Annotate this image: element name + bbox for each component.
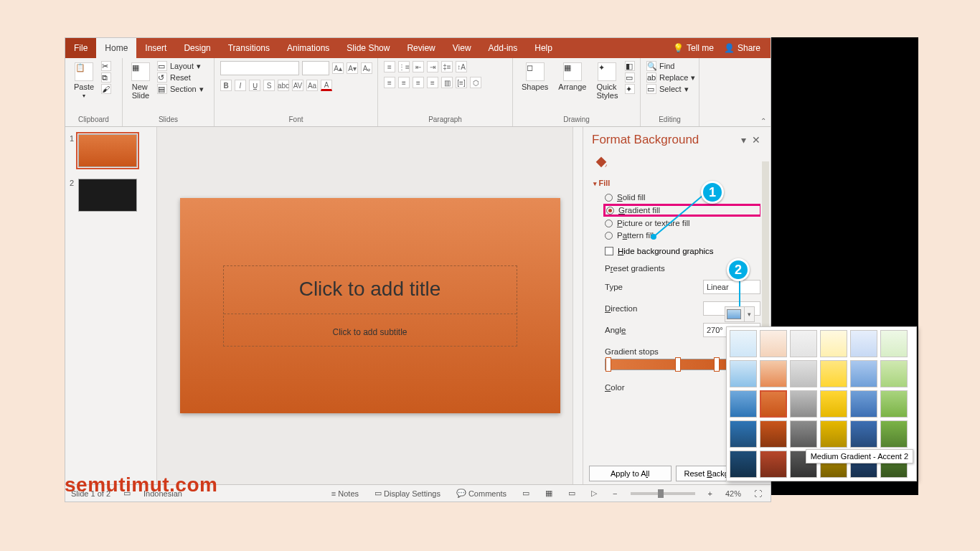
gradient-swatch[interactable] <box>880 330 908 357</box>
shape-fill-button[interactable]: ◧ <box>625 61 635 71</box>
zoom-out-button[interactable]: − <box>610 489 620 498</box>
comments-button[interactable]: 💬 Comments <box>453 489 509 498</box>
pane-close-button[interactable]: ✕ <box>749 134 763 146</box>
zoom-level[interactable]: 42% <box>725 489 741 498</box>
preset-gradients-button[interactable]: ▾ <box>725 306 755 322</box>
hide-graphics-checkbox[interactable]: Hide background graphics <box>583 244 771 260</box>
shapes-button[interactable]: ◻Shapes <box>519 61 551 93</box>
replace-button[interactable]: abReplace ▾ <box>646 72 695 83</box>
fill-section-header[interactable]: Fill <box>583 174 771 192</box>
tab-animations[interactable]: Animations <box>278 38 338 58</box>
slideshow-view-button[interactable]: ▷ <box>588 489 600 498</box>
gradient-swatch[interactable] <box>730 330 757 357</box>
tab-file[interactable]: File <box>65 38 96 58</box>
tab-insert[interactable]: Insert <box>136 38 175 58</box>
gradient-swatch[interactable] <box>730 360 757 387</box>
gradient-swatch[interactable] <box>790 330 817 357</box>
tab-review[interactable]: Review <box>398 38 443 58</box>
gradient-swatch[interactable] <box>820 420 847 448</box>
pane-options-button[interactable]: ▾ <box>738 134 749 146</box>
align-left-button[interactable]: ≡ <box>384 77 395 88</box>
align-center-button[interactable]: ≡ <box>398 77 410 88</box>
type-select[interactable]: Linear <box>703 280 760 294</box>
gradient-swatch[interactable] <box>760 420 787 448</box>
gradient-swatch[interactable] <box>880 420 908 448</box>
share-button[interactable]: 👤 Share <box>724 43 760 53</box>
tab-home[interactable]: Home <box>96 38 136 58</box>
gradient-fill-radio[interactable]: Gradient fill <box>605 205 760 215</box>
gradient-swatch[interactable] <box>790 390 817 418</box>
tellme-search[interactable]: 💡 Tell me <box>673 43 714 53</box>
new-slide-button[interactable]: ▦ New Slide <box>128 61 153 101</box>
apply-all-button[interactable]: Apply to All <box>589 466 672 481</box>
gradient-swatch[interactable] <box>760 360 787 387</box>
clear-format-button[interactable]: Aᵩ <box>361 62 372 74</box>
layout-button[interactable]: ▭Layout ▾ <box>157 61 204 71</box>
select-button[interactable]: ▭Select ▾ <box>646 84 695 94</box>
gradient-swatch[interactable] <box>850 360 877 387</box>
title-placeholder[interactable]: Click to add title Click to add subtitle <box>223 265 517 347</box>
decrease-indent-button[interactable]: ⇤ <box>413 61 424 72</box>
font-size-select[interactable] <box>302 61 329 75</box>
columns-button[interactable]: ▥ <box>441 77 453 88</box>
gradient-swatch[interactable] <box>760 451 787 478</box>
quick-styles-button[interactable]: ✦Quick Styles <box>593 61 621 101</box>
increase-indent-button[interactable]: ⇥ <box>427 61 438 72</box>
align-right-button[interactable]: ≡ <box>413 77 424 88</box>
gradient-swatch[interactable] <box>880 390 908 418</box>
gradient-swatch[interactable] <box>730 420 757 448</box>
format-painter-button[interactable]: 🖌 <box>101 84 111 94</box>
line-spacing-button[interactable]: ‡≡ <box>441 61 453 72</box>
char-spacing-button[interactable]: AV <box>292 80 303 91</box>
ribbon-collapse-button[interactable]: ⌃ <box>760 117 766 125</box>
paste-button[interactable]: 📋 Paste ▾ <box>71 61 97 100</box>
solid-fill-radio[interactable]: Solid fill <box>605 193 760 202</box>
reset-button[interactable]: ↺Reset <box>157 72 204 83</box>
tab-slideshow[interactable]: Slide Show <box>338 38 398 58</box>
increase-font-button[interactable]: A▴ <box>332 62 344 74</box>
find-button[interactable]: 🔍Find <box>646 61 695 71</box>
zoom-in-button[interactable]: + <box>705 489 715 498</box>
gradient-swatch[interactable] <box>850 390 877 418</box>
shape-outline-button[interactable]: ▭ <box>625 72 635 83</box>
slide-canvas[interactable]: Click to add title Click to add subtitle <box>180 198 560 413</box>
gradient-swatch[interactable] <box>880 360 908 387</box>
align-text-button[interactable]: [≡] <box>456 77 467 88</box>
tab-help[interactable]: Help <box>526 38 561 58</box>
gradient-swatch[interactable] <box>790 420 817 448</box>
notes-button[interactable]: ≡ Notes <box>329 489 362 498</box>
fit-window-button[interactable]: ⛶ <box>751 489 765 498</box>
numbering-button[interactable]: ⋮≡ <box>398 61 410 72</box>
thumbnail-slide-1[interactable] <box>78 134 137 167</box>
gradient-swatch[interactable] <box>730 390 757 418</box>
sorter-view-button[interactable]: ▦ <box>542 489 555 498</box>
fill-bucket-icon[interactable] <box>593 153 609 169</box>
tab-view[interactable]: View <box>444 38 480 58</box>
bullets-button[interactable]: ≡ <box>384 61 395 72</box>
reading-view-button[interactable]: ▭ <box>565 489 578 498</box>
text-direction-button[interactable]: ↕A <box>456 61 467 72</box>
shape-effects-button[interactable]: ✦ <box>625 84 635 94</box>
tab-design[interactable]: Design <box>175 38 219 58</box>
tab-transitions[interactable]: Transitions <box>220 38 278 58</box>
canvas-scrollbar[interactable] <box>573 127 583 484</box>
gradient-swatch[interactable] <box>850 330 877 357</box>
smartart-button[interactable]: ⬡ <box>470 77 481 88</box>
thumbnail-slide-2[interactable] <box>78 179 137 212</box>
copy-button[interactable]: ⧉ <box>101 72 111 83</box>
pattern-fill-radio[interactable]: Pattern fill <box>605 231 760 240</box>
normal-view-button[interactable]: ▭ <box>519 489 532 498</box>
underline-button[interactable]: U̲ <box>249 80 260 91</box>
change-case-button[interactable]: Aa <box>306 80 318 91</box>
justify-button[interactable]: ≡ <box>427 77 438 88</box>
zoom-slider[interactable] <box>631 492 695 495</box>
picture-fill-radio[interactable]: Picture or texture fill <box>605 219 760 227</box>
font-family-select[interactable] <box>220 61 299 75</box>
gradient-swatch[interactable] <box>820 330 847 357</box>
decrease-font-button[interactable]: A▾ <box>347 62 358 74</box>
tab-addins[interactable]: Add-ins <box>480 38 527 58</box>
gradient-swatch[interactable] <box>820 360 847 387</box>
italic-button[interactable]: I <box>235 80 246 91</box>
section-button[interactable]: ▤Section ▾ <box>157 84 204 94</box>
gradient-swatch[interactable] <box>850 420 877 448</box>
